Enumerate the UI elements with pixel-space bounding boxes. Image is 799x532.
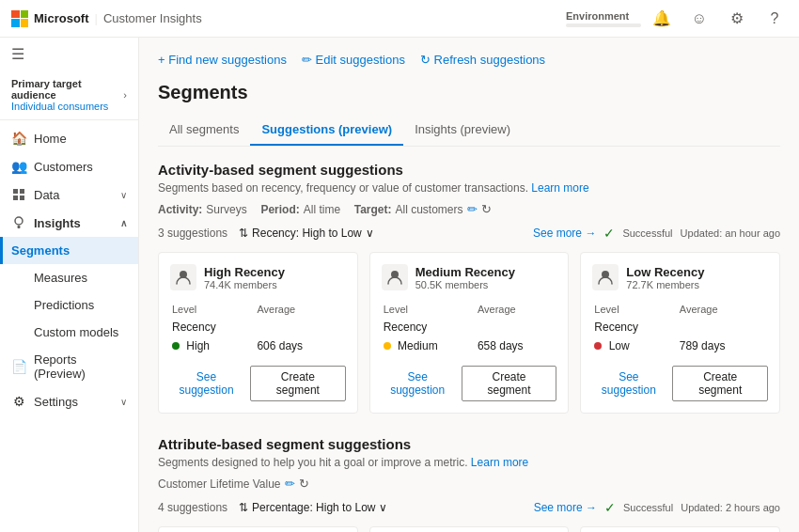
activity-meta: Activity: Surveys Period: All time Targe… [158, 202, 780, 216]
activity-card-2: Low Recency 72.7K members Level Average … [580, 252, 780, 414]
sidebar-item-custom-models[interactable]: Custom models [0, 319, 138, 346]
sort-icon: ⇅ [239, 227, 248, 240]
attribute-see-more-button[interactable]: See more → [534, 501, 597, 514]
see-suggestion-link[interactable]: See suggestion [592, 370, 665, 397]
attribute-sort-dropdown[interactable]: ⇅ Percentage: High to Low ∨ [239, 501, 387, 514]
settings-icon[interactable]: ⚙ [724, 6, 750, 32]
sidebar-item-customers[interactable]: 👥 Customers [0, 152, 138, 180]
refresh-suggestions-button[interactable]: ↻ Refresh suggestions [420, 53, 545, 67]
card-subtitle: 72.7K members [626, 279, 704, 290]
find-new-suggestions-button[interactable]: + Find new suggestions [158, 53, 287, 67]
sidebar-header: ☰ [0, 38, 138, 70]
sidebar: ☰ Primary target audience Individual con… [0, 38, 139, 532]
help-icon[interactable]: ? [761, 6, 788, 32]
microsoft-logo [11, 10, 28, 27]
sidebar-item-measures[interactable]: Measures [0, 264, 138, 291]
card-subtitle: 74.4K members [204, 279, 285, 290]
svg-rect-1 [20, 189, 24, 194]
sidebar-item-label: Settings [34, 395, 113, 409]
settings-icon: ⚙ [11, 394, 26, 409]
level-dot-icon [384, 342, 391, 350]
attribute-refresh-icon[interactable]: ↻ [299, 477, 309, 491]
activity-count: 3 suggestions [158, 227, 227, 240]
card-icon [382, 264, 408, 290]
card-title: High Recency [204, 265, 285, 279]
attribute-updated: Updated: 2 hours ago [681, 502, 780, 513]
level-dot-icon [594, 342, 602, 350]
data-chevron-icon: ∨ [120, 190, 127, 200]
attribute-meta: Customer Lifetime Value ✏ ↻ [158, 477, 780, 491]
sidebar-item-label: Custom models [34, 325, 127, 339]
sidebar-item-home[interactable]: 🏠 Home [0, 124, 138, 152]
sidebar-item-predictions[interactable]: Predictions [0, 291, 138, 319]
activity-section-title: Activity-based segment suggestions [158, 162, 780, 178]
card-subtitle: 50.5K members [415, 279, 515, 290]
see-suggestion-link[interactable]: See suggestion [382, 370, 454, 397]
sort-icon: ⇅ [239, 501, 248, 514]
sidebar-item-reports[interactable]: 📄 Reports (Preview) [0, 346, 138, 387]
activity-learn-more-link[interactable]: Learn more [531, 181, 588, 195]
activity-status-icon: ✓ [603, 226, 615, 241]
svg-point-4 [15, 217, 23, 225]
activity-section-desc: Segments based on recency, frequency or … [158, 181, 780, 195]
sidebar-item-data[interactable]: Data ∨ [0, 180, 138, 209]
sidebar-item-label: Data [34, 188, 113, 202]
attribute-learn-more-link[interactable]: Learn more [471, 456, 528, 469]
activity-see-more-button[interactable]: See more → [533, 227, 596, 240]
activity-filter-bar: 3 suggestions ⇅ Recency: High to Low ∨ S… [158, 226, 780, 241]
audience-chevron-icon: › [123, 89, 127, 101]
attribute-section: Attribute-based segment suggestions Segm… [158, 436, 780, 532]
insights-icon [11, 215, 26, 230]
edit-suggestions-button[interactable]: ✏ Edit suggestions [302, 53, 405, 67]
sidebar-item-label: Measures [34, 271, 127, 285]
attribute-filter-bar: 4 suggestions ⇅ Percentage: High to Low … [158, 500, 780, 515]
sidebar-item-label: Segments [11, 243, 127, 258]
brand-name: Microsoft [34, 11, 89, 25]
card-icon [592, 264, 619, 290]
sidebar-item-label: Predictions [34, 298, 127, 312]
card-table: Level Average Recency Low 78 [592, 300, 768, 356]
svg-rect-0 [13, 189, 18, 194]
customers-icon: 👥 [11, 159, 26, 174]
activity-refresh-icon[interactable]: ↻ [481, 202, 492, 216]
card-table: Level Average Recency Medium [382, 300, 557, 356]
attribute-section-title: Attribute-based segment suggestions [158, 436, 780, 452]
create-segment-button[interactable]: Create segment [672, 366, 768, 401]
sidebar-item-label: Reports (Preview) [34, 352, 127, 381]
sort-chevron-icon: ∨ [366, 227, 374, 240]
sidebar-divider [0, 119, 138, 120]
audience-label: Primary target audience [11, 78, 123, 101]
hamburger-icon[interactable]: ☰ [11, 45, 24, 63]
card-title: Medium Recency [415, 265, 515, 279]
see-suggestion-link[interactable]: See suggestion [170, 370, 243, 397]
card-icon [170, 264, 196, 290]
attribute-cards-grid: 42% of customers in this suggestion have… [158, 526, 780, 532]
sidebar-item-segments[interactable]: Segments [0, 237, 138, 264]
level-dot-icon [172, 342, 180, 350]
activity-sort-dropdown[interactable]: ⇅ Recency: High to Low ∨ [239, 227, 374, 240]
attribute-status: Successful [623, 502, 673, 513]
create-segment-button[interactable]: Create segment [250, 366, 346, 401]
create-segment-button[interactable]: Create segment [462, 366, 557, 401]
reports-icon: 📄 [11, 359, 26, 374]
activity-card-1: Medium Recency 50.5K members Level Avera… [369, 252, 570, 414]
svg-rect-5 [18, 226, 21, 228]
app-name: Customer Insights [103, 11, 202, 25]
tab-all-segments[interactable]: All segments [158, 115, 250, 146]
audience-sub[interactable]: Individual consumers [11, 101, 123, 112]
user-icon[interactable]: ☺ [686, 6, 713, 32]
activity-edit-icon[interactable]: ✏ [467, 202, 478, 216]
tab-suggestions[interactable]: Suggestions (preview) [250, 115, 403, 146]
sidebar-audience: Primary target audience Individual consu… [0, 70, 138, 116]
home-icon: 🏠 [11, 131, 26, 146]
activity-updated: Updated: an hour ago [681, 227, 780, 239]
page-title: Segments [158, 82, 780, 103]
sidebar-item-insights[interactable]: Insights ∧ [0, 209, 138, 237]
notification-icon[interactable]: 🔔 [649, 6, 675, 32]
activity-status: Successful [622, 227, 672, 239]
sort-chevron-icon: ∨ [379, 501, 387, 514]
attribute-card-0: 42% of customers in this suggestion have… [158, 526, 358, 532]
tab-insights[interactable]: Insights (preview) [403, 115, 522, 146]
attribute-edit-icon[interactable]: ✏ [285, 477, 295, 491]
sidebar-item-settings[interactable]: ⚙ Settings ∨ [0, 387, 138, 415]
